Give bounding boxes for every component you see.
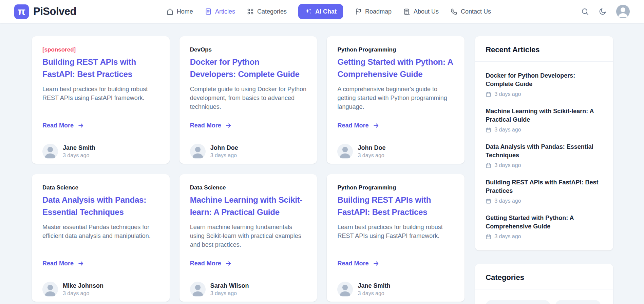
nav-item-label: Categories (257, 8, 287, 15)
home-icon (166, 8, 174, 15)
recent-articles-panel: Recent Articles Docker for Python Develo… (475, 36, 613, 250)
read-more-link[interactable]: Read More (42, 122, 159, 139)
nav-item-ai-chat[interactable]: AI Chat (298, 4, 343, 19)
articles-icon (205, 8, 212, 15)
article-date: 3 days ago (63, 153, 95, 159)
category-tag-data-science[interactable]: Data Science (555, 300, 601, 304)
recent-date-text: 3 days ago (494, 127, 521, 133)
article-category: DevOps (190, 46, 307, 53)
person-icon (616, 5, 630, 18)
read-more-link[interactable]: Read More (190, 122, 307, 139)
article-category: Python Programming (337, 46, 454, 53)
category-tag-python-programming[interactable]: Python Programming (486, 300, 550, 304)
article-title-link[interactable]: Getting Started with Python: A Comprehen… (337, 56, 454, 80)
recent-article-date: 3 days ago (486, 91, 603, 97)
article-card-body: [sponsored] Building REST APIs with Fast… (32, 36, 170, 139)
article-card-footer: John Doe 3 days ago (327, 139, 465, 164)
search-button[interactable] (581, 7, 589, 16)
arrow-right-icon (373, 260, 379, 267)
theme-toggle-button[interactable] (599, 7, 607, 16)
author-avatar (337, 282, 353, 297)
brand-logo[interactable]: π PiSolved (14, 4, 76, 19)
article-title-link[interactable]: Data Analysis with Pandas: Essential Tec… (42, 194, 159, 218)
nav-item-about-us[interactable]: About Us (403, 8, 439, 15)
recent-date-text: 3 days ago (494, 198, 521, 204)
read-more-label: Read More (190, 260, 221, 267)
read-more-link[interactable]: Read More (337, 122, 454, 139)
sidebar: Recent Articles Docker for Python Develo… (475, 36, 613, 304)
sponsored-badge: [sponsored] (42, 46, 159, 53)
article-card-footer: Jane Smith 3 days ago (32, 139, 170, 164)
categories-panel: Categories Python ProgrammingData Scienc… (475, 264, 613, 304)
read-more-label: Read More (42, 122, 74, 129)
recent-article-link[interactable]: Getting Started with Python: A Comprehen… (486, 214, 603, 231)
nav-item-categories[interactable]: Categories (247, 8, 287, 15)
nav-item-label: Home (177, 8, 193, 15)
article-card-footer: Sarah Wilson 3 days ago (179, 277, 317, 302)
article-card: [sponsored] Building REST APIs with Fast… (32, 36, 170, 164)
article-category: Python Programming (337, 184, 454, 191)
arrow-right-icon (78, 260, 84, 267)
recent-date-text: 3 days ago (494, 162, 521, 168)
categories-heading: Categories (475, 264, 613, 289)
nav-item-articles[interactable]: Articles (205, 8, 235, 15)
article-card: Data Science Data Analysis with Pandas: … (32, 174, 170, 302)
recent-article-item: Getting Started with Python: A Comprehen… (486, 214, 603, 240)
nav-item-label: Contact Us (461, 8, 491, 15)
author-name: Mike Johnson (63, 282, 103, 289)
article-card-body: Data Science Machine Learning with Sciki… (179, 174, 317, 277)
article-card-footer: John Doe 3 days ago (179, 139, 317, 164)
nav-item-home[interactable]: Home (166, 8, 193, 15)
nav-item-label: Articles (215, 8, 235, 15)
author-avatar (42, 282, 58, 297)
read-more-label: Read More (42, 260, 74, 267)
article-title-link[interactable]: Building REST APIs with FastAPI: Best Pr… (42, 56, 159, 80)
header-actions (581, 5, 630, 18)
article-title-link[interactable]: Building REST APIs with FastAPI: Best Pr… (337, 194, 454, 218)
read-more-label: Read More (337, 260, 368, 267)
article-card: Data Science Machine Learning with Sciki… (179, 174, 317, 302)
article-card-footer: Mike Johnson 3 days ago (32, 277, 170, 302)
nav-item-contact-us[interactable]: Contact Us (450, 8, 491, 15)
article-description: Master essential Pandas techniques for e… (42, 223, 159, 240)
calendar-icon (486, 163, 491, 168)
recent-article-item: Building REST APIs with FastAPI: Best Pr… (486, 178, 603, 204)
nav-item-label: AI Chat (315, 8, 337, 15)
nav-item-label: Roadmap (365, 8, 392, 15)
article-title-link[interactable]: Machine Learning with Scikit-learn: A Pr… (190, 194, 307, 218)
recent-date-text: 3 days ago (494, 234, 521, 240)
moon-icon (599, 7, 607, 16)
calendar-icon (486, 92, 491, 97)
recent-article-date: 3 days ago (486, 198, 603, 204)
recent-article-item: Docker for Python Developers: Complete G… (486, 72, 603, 97)
article-category: Data Science (190, 184, 307, 191)
calendar-icon (486, 127, 491, 133)
author-name: John Doe (358, 144, 385, 151)
article-card: DevOps Docker for Python Developers: Com… (179, 36, 317, 164)
article-date: 3 days ago (210, 290, 249, 297)
recent-article-link[interactable]: Machine Learning with Scikit-learn: A Pr… (486, 107, 603, 124)
recent-article-link[interactable]: Data Analysis with Pandas: Essential Tec… (486, 143, 603, 160)
read-more-link[interactable]: Read More (42, 260, 159, 277)
article-title-link[interactable]: Docker for Python Developers: Complete G… (190, 56, 307, 80)
main-nav: HomeArticlesCategoriesAI ChatRoadmapAbou… (166, 4, 491, 19)
read-more-link[interactable]: Read More (337, 260, 454, 277)
article-description: A comprehensive beginner's guide to gett… (337, 85, 454, 111)
author-avatar (190, 282, 206, 297)
recent-articles-heading: Recent Articles (475, 36, 613, 62)
article-card-footer: Jane Smith 3 days ago (327, 277, 465, 302)
nav-item-roadmap[interactable]: Roadmap (355, 8, 392, 15)
articles-grid: [sponsored] Building REST APIs with Fast… (32, 36, 465, 302)
article-date: 3 days ago (210, 153, 238, 159)
article-card-body: DevOps Docker for Python Developers: Com… (179, 36, 317, 139)
user-avatar[interactable] (616, 5, 630, 18)
article-date: 3 days ago (358, 290, 390, 297)
page-content: [sponsored] Building REST APIs with Fast… (0, 23, 644, 304)
author-name: Jane Smith (358, 282, 390, 289)
recent-article-link[interactable]: Docker for Python Developers: Complete G… (486, 72, 603, 88)
recent-article-link[interactable]: Building REST APIs with FastAPI: Best Pr… (486, 178, 603, 195)
article-description: Learn best practices for building robust… (337, 223, 454, 240)
calendar-icon (486, 198, 491, 204)
recent-article-date: 3 days ago (486, 162, 603, 168)
read-more-link[interactable]: Read More (190, 260, 307, 277)
